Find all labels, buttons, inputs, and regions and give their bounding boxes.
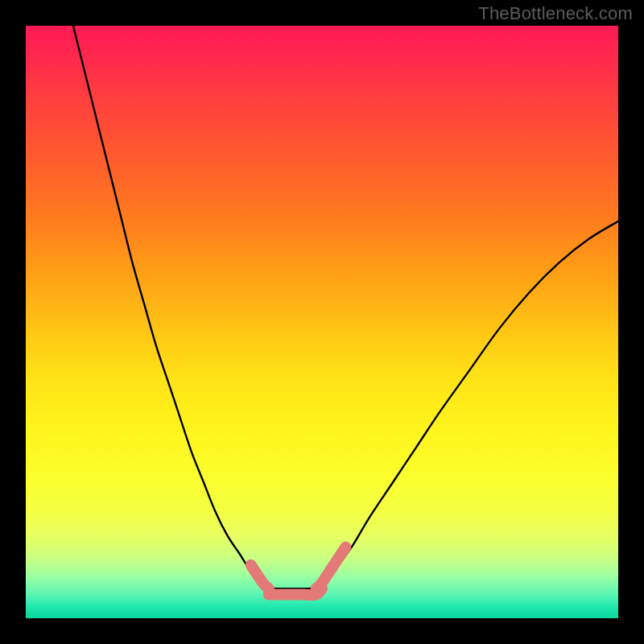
curve-left-curve [73,26,275,589]
watermark-text: TheBottleneck.com [478,3,633,24]
highlight-right-tip [316,547,346,589]
plot-area [26,26,618,618]
chart-frame: TheBottleneck.com [0,0,644,644]
highlight-left-tip [251,565,269,588]
curve-right-curve [310,221,618,588]
curves-svg [26,26,618,618]
